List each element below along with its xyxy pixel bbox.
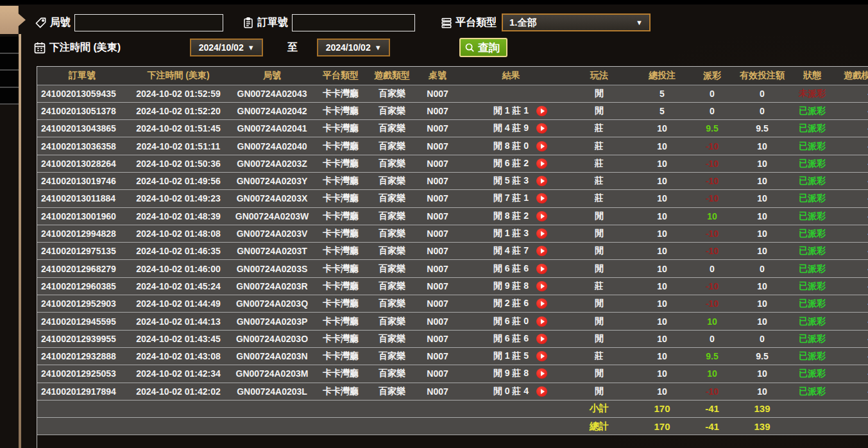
table-cell: -10 <box>690 383 735 400</box>
table-cell: 10 <box>735 243 790 260</box>
table-cell: 閒 <box>564 207 634 225</box>
table-cell: 10 <box>690 207 735 225</box>
table-cell: 10 <box>634 277 690 295</box>
replay-play-icon[interactable] <box>536 334 547 344</box>
table-cell: GN00724A02042 <box>230 102 314 119</box>
sidebar-item[interactable] <box>0 71 19 88</box>
calendar-icon <box>33 41 46 54</box>
replay-play-icon[interactable] <box>536 123 547 134</box>
sidebar-item[interactable] <box>0 88 19 105</box>
table-cell: 閒 <box>564 102 634 119</box>
column-header: 派彩 <box>690 67 735 85</box>
replay-play-icon[interactable] <box>536 386 547 397</box>
replay-play-icon[interactable] <box>536 316 547 327</box>
table-row: 2410020129328882024-10-02 01:43:08GN0072… <box>37 347 868 365</box>
table-header-row: 訂單號下注時間 (美東)局號平台類型遊戲類型桌號結果玩法總投注派彩有效投注額狀態… <box>37 67 868 85</box>
replay-play-icon[interactable] <box>536 368 547 379</box>
table-cell: 241002012994828 <box>37 225 127 242</box>
table-cell: 卡卡灣廳 <box>314 330 367 347</box>
table-cell: -10 <box>690 190 735 207</box>
table-cell: -10 <box>690 172 735 189</box>
sidebar-item[interactable] <box>0 54 19 71</box>
replay-play-icon[interactable] <box>536 193 547 203</box>
table-cell: 9.5 <box>735 120 790 137</box>
table-cell: 閒 1 莊 5 <box>458 347 564 365</box>
table-cell: 241002013028264 <box>37 155 127 172</box>
table-row: 2410020129682792024-10-02 01:46:00GN0072… <box>37 260 868 277</box>
table-cell: 0 <box>690 330 735 347</box>
table-cell: 2024-10-02 01:46:00 <box>127 260 230 277</box>
table-cell: 0 <box>690 85 735 102</box>
replay-play-icon[interactable] <box>536 281 547 291</box>
table-cell <box>835 400 868 417</box>
game-no-input[interactable] <box>74 14 223 31</box>
date-from-select[interactable]: 2024/10/02 ▼ <box>190 39 263 56</box>
chevron-down-icon: ▼ <box>248 44 255 51</box>
replay-play-icon[interactable] <box>536 298 547 309</box>
replay-play-icon[interactable] <box>536 211 547 221</box>
replay-play-icon[interactable] <box>536 106 547 116</box>
table-cell: - <box>835 277 868 295</box>
table-cell: 已派彩 <box>790 137 835 155</box>
table-cell: -10 <box>690 137 735 155</box>
table-cell: 閒 2 莊 6 <box>458 295 564 313</box>
table-cell: - <box>835 137 868 155</box>
table-row: 2410020129250532024-10-02 01:42:34GN0072… <box>37 365 868 383</box>
table-row: 2410020130282642024-10-02 01:50:36GN0072… <box>37 155 868 172</box>
replay-play-icon[interactable] <box>536 264 547 274</box>
sidebar-item[interactable] <box>0 37 19 54</box>
table-cell: 已派彩 <box>790 120 835 137</box>
table-cell: 閒 1 莊 3 <box>458 225 564 242</box>
table-cell: 百家樂 <box>367 172 417 189</box>
table-cell: 閒 0 莊 4 <box>458 383 564 400</box>
date-to-select[interactable]: 2024/10/02 ▼ <box>317 39 390 56</box>
table-cell: 已派彩 <box>790 102 835 119</box>
table-cell <box>367 400 417 417</box>
sidebar-menu <box>0 37 19 105</box>
table-cell: 卡卡灣廳 <box>314 102 367 119</box>
order-no-input[interactable] <box>292 14 415 31</box>
table-cell: GN00724A0203L <box>230 383 314 400</box>
table-row: 2410020129178942024-10-02 01:42:02GN0072… <box>37 383 868 400</box>
table-cell: - <box>835 155 868 172</box>
table-cell <box>417 418 458 435</box>
table-cell: 241002012917894 <box>37 383 127 400</box>
sidebar-expand-arrow-icon[interactable] <box>0 6 26 34</box>
table-cell: 10 <box>634 313 690 330</box>
table-cell <box>790 418 835 435</box>
replay-play-icon[interactable] <box>536 246 547 256</box>
table-cell: 總計 <box>564 418 634 435</box>
table-cell: 9.5 <box>690 120 735 137</box>
replay-play-icon[interactable] <box>536 228 547 239</box>
platform-type-select[interactable]: 1.全部 ▼ <box>502 13 651 31</box>
table-cell <box>367 418 417 435</box>
grand-total-row: 總計170-41139 <box>37 418 868 435</box>
table-cell: - <box>835 330 868 347</box>
table-cell: 241002013019746 <box>37 172 127 189</box>
replay-play-icon[interactable] <box>536 176 547 186</box>
table-cell: 241002012939955 <box>37 330 127 347</box>
bet-time-label-group: 下注時間 (美東) <box>33 41 121 55</box>
table-cell: 莊 <box>564 120 634 137</box>
game-no-label: 局號 <box>50 16 71 30</box>
search-button[interactable]: 查詢 <box>459 38 507 57</box>
replay-play-icon[interactable] <box>536 351 547 361</box>
table-cell: 閒 6 莊 2 <box>458 155 564 172</box>
table-cell <box>314 400 367 417</box>
table-cell: 百家樂 <box>367 365 417 383</box>
table-cell: GN00724A0203P <box>230 313 314 330</box>
table-cell: - <box>835 260 868 277</box>
table-cell: 卡卡灣廳 <box>314 383 367 400</box>
chevron-down-icon: ▼ <box>636 19 643 26</box>
table-cell: N007 <box>417 120 458 137</box>
table-cell: GN00724A0203Z <box>230 155 314 172</box>
table-cell: 閒 5 莊 3 <box>458 172 564 189</box>
table-cell: 卡卡灣廳 <box>314 260 367 277</box>
table-cell: 241002013059435 <box>37 85 127 102</box>
table-cell: 241002012945595 <box>37 313 127 330</box>
replay-play-icon[interactable] <box>536 141 547 151</box>
replay-play-icon[interactable] <box>536 159 547 169</box>
table-cell <box>230 400 314 417</box>
table-cell: 2024-10-02 01:48:39 <box>127 207 230 225</box>
filter-bar: 局號 訂單號 平台類型 1.全部 ▼ 下注時間 (美東) 20 <box>27 4 868 66</box>
